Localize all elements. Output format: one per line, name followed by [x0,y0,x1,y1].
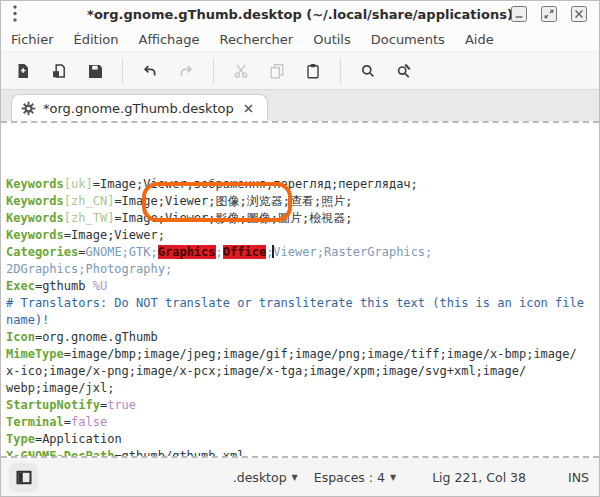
code-token-plain: =Image;Viewer;зображення;перегляд;перегл… [93,177,418,191]
tab-org-gnome-gthumb-desktop[interactable]: *org.gnome.gThumb.desktop [11,94,268,121]
paste-icon [305,63,321,79]
code-token-key: Keywords [6,228,64,242]
cursor-position-label: Lig 221, Col 38 [432,470,526,485]
code-token-plain: x-ico;image/x-png;image/x-pcx;image/x-tg… [6,364,526,378]
side-panel-toggle-button[interactable] [9,463,38,492]
menu-rechercher[interactable]: Rechercher [210,30,304,49]
window-title: *org.gnome.gThumb.desktop (~/.local/shar… [1,7,599,22]
menubar: FichierÉditionAffichageRechercherOutilsD… [1,27,599,51]
code-token-locale: [zh_CN] [64,194,115,208]
insert-mode-indicator[interactable]: INS [568,470,589,485]
tab-close-button[interactable] [241,100,257,116]
language-selector[interactable]: .desktop ▼ [233,470,298,485]
close-window-button[interactable] [571,6,587,22]
paste-button[interactable] [298,57,328,85]
code-line[interactable]: Icon=org.gnome.gThumb [6,329,599,346]
tab-label: *org.gnome.gThumb.desktop [43,101,234,116]
code-token-plain: =gthumb/gthumb.xml [114,449,244,456]
cursor-position[interactable]: Lig 221, Col 38 [432,470,526,485]
code-line[interactable]: Exec=gthumb %U [6,278,599,295]
toolbar-separator [122,58,123,84]
code-token-match: Graphics [158,245,216,259]
code-token-key: StartupNotify [6,398,100,412]
code-token-plain: =image/bmp;image/jpeg;image/gif;image/pn… [64,347,577,361]
gear-icon [21,101,36,116]
menu-fichier[interactable]: Fichier [1,30,64,49]
search-and-replace-button[interactable] [389,57,419,85]
menu-edition[interactable]: Édition [64,30,129,49]
code-line[interactable]: Keywords[zh_TW]=Image;Viewer;影像;圖像;圖片;檢視… [6,210,599,227]
window-controls [511,6,599,22]
code-line[interactable]: 2DGraphics;Photography; [6,261,599,278]
menu-affichage[interactable]: Affichage [128,30,209,49]
code-token-key: Terminal [6,415,64,429]
code-line[interactable]: x-ico;image/x-png;image/x-pcx;image/x-tg… [6,363,599,380]
open-document-icon [51,63,67,79]
toolbar-separator [213,58,214,84]
redo-icon [178,63,194,79]
side-panel-icon [16,470,32,485]
code-line[interactable]: Categories=GNOME;GTK;Graphics;Office;Vie… [6,244,599,261]
code-token-key: Categories [6,245,78,259]
save-icon [87,63,103,79]
save-button[interactable] [80,57,110,85]
code-token-locale: [uk] [64,177,93,191]
minimize-button[interactable] [511,6,527,22]
menu-documents[interactable]: Documents [361,30,455,49]
code-token-plain: =Application [35,432,122,446]
tab-bar: *org.gnome.gThumb.desktop [1,89,599,121]
toolbar-separator [340,58,341,84]
language-label: .desktop [233,470,287,485]
copy-icon [269,63,285,79]
undo-icon [142,63,158,79]
code-line[interactable]: MimeType=image/bmp;image/jpeg;image/gif;… [6,346,599,363]
copy-button [262,57,292,85]
code-token-comment: name)! [6,313,49,327]
code-token-plain: webp;image/jxl; [6,381,114,395]
code-token-bool: true [107,398,136,412]
code-line[interactable]: Keywords=Image;Viewer; [6,227,599,244]
menu-aide[interactable]: Aide [455,30,504,49]
chevron-down-icon: ▼ [390,473,396,482]
code-line[interactable]: X-GNOME-DocPath=gthumb/gthumb.xml [6,448,599,456]
code-token-value: 2DGraphics;Photography; [6,262,172,276]
code-line[interactable]: name)! [6,312,599,329]
code-line[interactable]: Keywords[zh_CN]=Image;Viewer;图像;浏览器;查看;照… [6,193,599,210]
window-menu-icon[interactable] [10,3,26,25]
code-token-match: Office [223,245,266,259]
code-line[interactable]: # Translators: Do NOT translate or trans… [6,295,599,312]
code-line[interactable]: Type=Application [6,431,599,448]
code-token-plain: =org.gnome.gThumb [35,330,158,344]
insert-mode-label: INS [568,470,589,485]
code-line[interactable]: Keywords[uk]=Image;Viewer;зображення;пер… [6,176,599,193]
code-token-key: MimeType [6,347,64,361]
code-token-key: Keywords [6,211,64,225]
new-document-icon [15,63,31,79]
code-token-key: Keywords [6,177,64,191]
restore-button[interactable] [541,6,557,22]
code-token-plain: = [64,415,71,429]
code-line[interactable]: webp;image/jxl; [6,380,599,397]
open-document-button[interactable] [44,57,74,85]
tab-width-selector[interactable]: Espaces : 4 ▼ [314,470,396,485]
search-button[interactable] [353,57,383,85]
text-editor-area[interactable]: Keywords[uk]=Image;Viewer;зображення;пер… [1,123,599,456]
code-line[interactable]: StartupNotify=true [6,397,599,414]
statusbar: .desktop ▼ Espaces : 4 ▼ Lig 221, Col 38… [1,458,599,496]
code-token-key: X-GNOME-DocPath [6,449,114,456]
code-token-value: Viewer;RasterGraphics; [273,245,432,259]
undo-button[interactable] [135,57,165,85]
toolbar [1,51,599,89]
code-token-locale: [zh_TW] [64,211,115,225]
code-token-key: Type [6,432,35,446]
statusbar-right: .desktop ▼ Espaces : 4 ▼ Lig 221, Col 38… [233,470,589,485]
code-token-key: Keywords [6,194,64,208]
code-token-plain: =Image;Viewer;影像;圖像;圖片;檢視器; [114,211,352,225]
gedit-window: *org.gnome.gThumb.desktop (~/.local/shar… [0,0,600,497]
code-line[interactable]: Terminal=false [6,414,599,431]
titlebar[interactable]: *org.gnome.gThumb.desktop (~/.local/shar… [1,1,599,27]
cut-icon [233,63,249,79]
menu-outils[interactable]: Outils [303,30,361,49]
new-document-button[interactable] [8,57,38,85]
code-token-value: GNOME;GTK; [85,245,157,259]
